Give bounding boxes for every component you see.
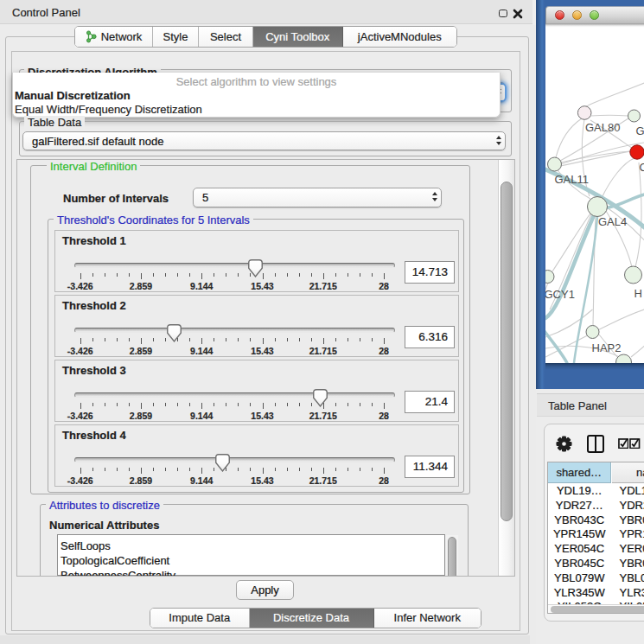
svg-text:GAL4: GAL4 xyxy=(598,215,627,228)
svg-text:GA: GA xyxy=(635,124,644,137)
svg-text:GCY1: GCY1 xyxy=(545,288,575,301)
svg-text:GAL11: GAL11 xyxy=(554,173,589,186)
svg-text:GAL80: GAL80 xyxy=(585,121,620,134)
svg-text:H: H xyxy=(634,287,641,300)
svg-text:HAP2: HAP2 xyxy=(591,341,621,354)
svg-text:C: C xyxy=(639,161,644,174)
